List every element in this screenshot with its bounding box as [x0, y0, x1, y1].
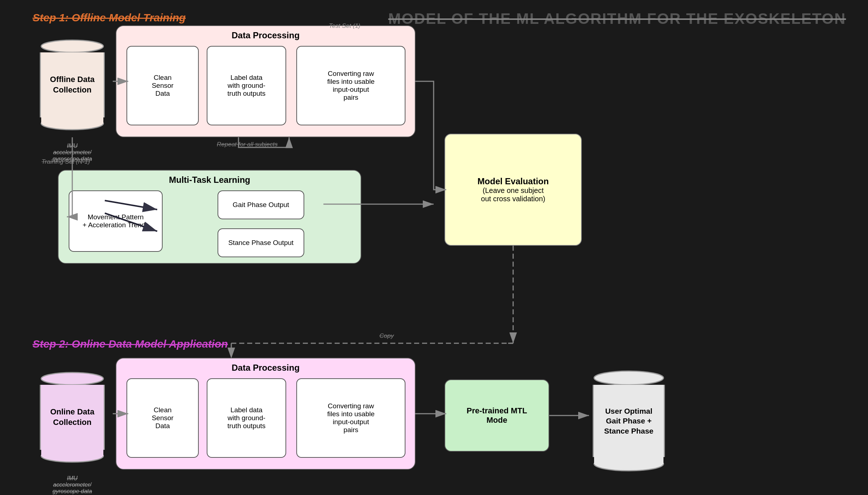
clean-sensor-data-box-online: CleanSensorData [126, 378, 199, 458]
online-cylinder-bottom [40, 449, 105, 463]
converting-raw-label-online: Converting rawfiles into usableinput-out… [327, 402, 375, 434]
diagram-container: MODEL OF THE ML ALGORITHM FOR THE EXOSKE… [0, 0, 868, 495]
svg-rect-2 [41, 117, 103, 124]
svg-point-3 [41, 373, 103, 385]
offline-collection-cylinder: Offline DataCollection [33, 34, 112, 135]
model-evaluation-label: Model Evaluation (Leave one subjectout c… [477, 176, 549, 203]
online-processing-title: Data Processing [232, 363, 300, 373]
main-title: MODEL OF THE ML ALGORITHM FOR THE EXOSKE… [388, 10, 846, 27]
mtl-title: Multi-Task Learning [169, 175, 250, 185]
data-processing-container-top: Data Processing CleanSensorData Label da… [116, 25, 416, 137]
data-processing-title-top: Data Processing [232, 30, 300, 40]
user-optimal-cylinder: User OptimalGait Phase +Stance Phase [589, 365, 669, 477]
model-evaluation-box: Model Evaluation (Leave one subjectout c… [444, 134, 582, 246]
clean-sensor-data-label-top: CleanSensorData [152, 74, 173, 98]
repeat-label: Repeat for all subjects [217, 141, 278, 148]
gait-phase-output-box: Gait Phase Output [218, 190, 304, 219]
training-set-label: Training Set (N-1) [42, 158, 90, 165]
clean-sensor-data-label-online: CleanSensorData [152, 406, 173, 430]
step2-label: Step 2: Online Data Model Application [33, 338, 228, 350]
gait-phase-output-label: Gait Phase Output [233, 201, 289, 209]
step1-label: Step 1: Offline Model Training [33, 12, 186, 24]
pretrained-mtl-label: Pre-trained MTLMode [467, 406, 527, 425]
label-data-label-top: Label datawith ground-truth outputs [227, 74, 266, 98]
converting-raw-box-online: Converting rawfiles into usableinput-out… [296, 378, 405, 458]
online-imu-label: IMUaccelerometer/gyroscope data [34, 475, 110, 495]
converting-raw-box-top: Converting rawfiles into usableinput-out… [296, 46, 405, 125]
svg-point-6 [594, 371, 663, 385]
cylinder-bottom [40, 117, 105, 130]
cylinder-top [40, 39, 105, 53]
stance-phase-output-label: Stance Phase Output [228, 239, 294, 247]
user-optimal-cylinder-bottom [593, 456, 665, 472]
test-set-label: Test Set (1) [329, 22, 360, 30]
online-collection-cylinder: Online DataCollection [33, 367, 112, 468]
movement-pattern-box: Movement Pattern+ Acceleration Trends [69, 190, 163, 252]
label-data-box-top: Label datawith ground-truth outputs [207, 46, 286, 125]
user-optimal-label: User OptimalGait Phase +Stance Phase [593, 385, 665, 457]
svg-rect-5 [41, 449, 103, 456]
label-data-label-online: Label datawith ground-truth outputs [227, 406, 266, 430]
stance-phase-output-box: Stance Phase Output [218, 228, 304, 257]
svg-point-0 [41, 40, 103, 52]
clean-sensor-data-box-top: CleanSensorData [126, 46, 199, 125]
online-data-processing-container: Data Processing CleanSensorData Label da… [116, 358, 416, 470]
movement-pattern-label: Movement Pattern+ Acceleration Trends [82, 213, 149, 229]
offline-collection-label: Offline DataCollection [40, 52, 105, 117]
converting-raw-label-top: Converting rawfiles into usableinput-out… [327, 70, 375, 102]
copy-label: Copy [379, 332, 394, 340]
online-cylinder-top [40, 372, 105, 386]
user-optimal-cylinder-top [593, 370, 665, 386]
mtl-container: Multi-Task Learning Movement Pattern+ Ac… [58, 170, 361, 264]
online-collection-label: Online DataCollection [40, 385, 105, 450]
svg-rect-8 [594, 456, 663, 464]
label-data-box-online: Label datawith ground-truth outputs [207, 378, 286, 458]
pretrained-mtl-box: Pre-trained MTLMode [444, 379, 549, 452]
